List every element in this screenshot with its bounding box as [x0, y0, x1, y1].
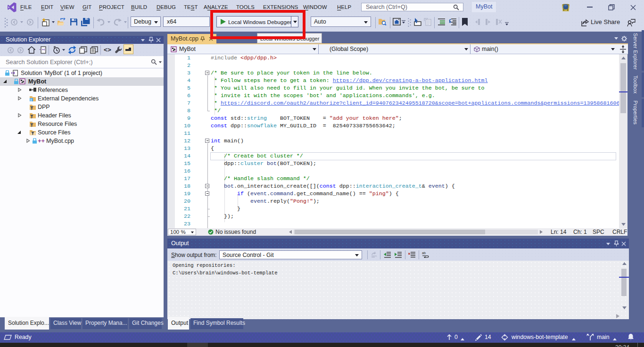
- svg-text:ab: ab: [422, 251, 426, 255]
